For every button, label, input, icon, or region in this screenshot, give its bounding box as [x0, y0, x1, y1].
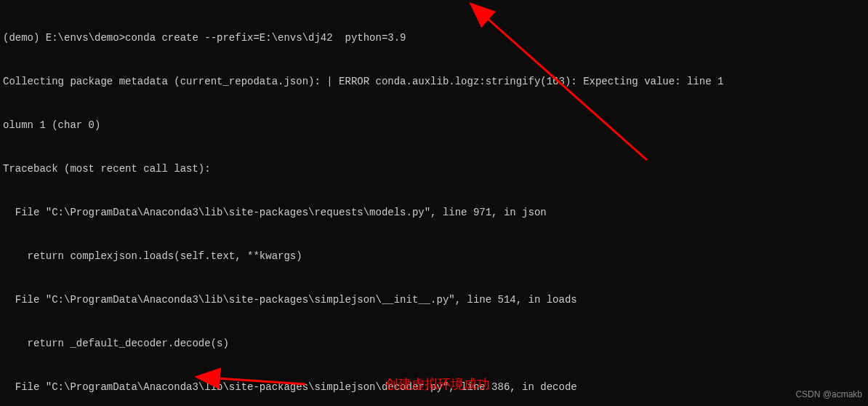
terminal-line: File "C:\ProgramData\Anaconda3\lib\site-…	[3, 205, 865, 220]
terminal-line: (demo) E:\envs\demo>conda create --prefi…	[3, 31, 865, 45]
terminal-line: File "C:\ProgramData\Anaconda3\lib\site-…	[3, 292, 865, 307]
terminal-line: return complexjson.loads(self.text, **kw…	[3, 249, 865, 263]
terminal-line: return _default_decoder.decode(s)	[3, 336, 865, 351]
watermark: CSDN @acmakb	[795, 387, 862, 402]
terminal-output[interactable]: (demo) E:\envs\demo>conda create --prefi…	[0, 0, 868, 406]
annotation-label: 创建虚拟环境成功	[385, 377, 490, 391]
terminal-line: Collecting package metadata (current_rep…	[3, 74, 865, 89]
terminal-line: olumn 1 (char 0)	[3, 118, 865, 132]
terminal-line: Traceback (most recent call last):	[3, 162, 865, 176]
